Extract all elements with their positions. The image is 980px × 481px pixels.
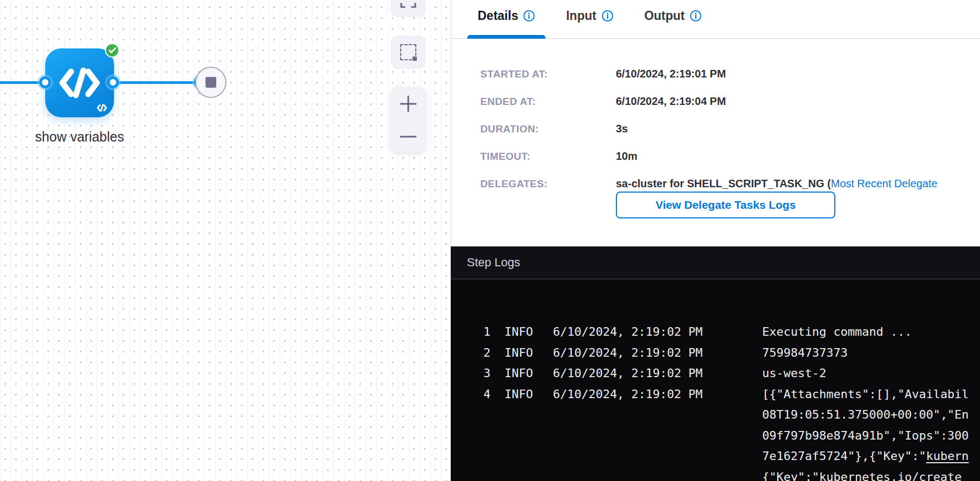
log-level: INFO bbox=[505, 384, 534, 405]
log-console[interactable]: 1 INFO 6/10/2024, 2:19:02 PM Executing c… bbox=[451, 279, 980, 481]
log-timestamp: 6/10/2024, 2:19:02 PM bbox=[553, 343, 706, 364]
log-timestamp: 6/10/2024, 2:19:02 PM bbox=[553, 384, 706, 405]
edge-outgoing bbox=[113, 81, 201, 84]
details-tab[interactable]: Output bbox=[634, 0, 712, 39]
detail-label: TIMEOUT: bbox=[480, 151, 616, 162]
log-line: 09f797b98e874a91b","Iops":300 bbox=[475, 426, 980, 447]
log-line: {"Key":" kubernetes.io/create bbox=[475, 467, 980, 481]
log-message-link[interactable]: kubernetes.io/create bbox=[819, 467, 962, 481]
step-logs-section: Step Logs 1 INFO 6/10/2024, 2:19:02 PM E… bbox=[451, 246, 980, 481]
execution-details: STARTED AT: 6/10/2024, 2:19:01 PM ENDED … bbox=[451, 39, 980, 197]
log-level bbox=[505, 426, 534, 447]
log-message: us-west-2 bbox=[762, 363, 826, 384]
detail-value: 10m bbox=[616, 150, 637, 162]
details-tabbar: Details Input Output bbox=[451, 0, 980, 39]
log-line-number bbox=[475, 405, 491, 426]
info-icon[interactable] bbox=[601, 10, 614, 22]
log-level: INFO bbox=[505, 322, 534, 343]
log-message: {"Key":" bbox=[762, 467, 819, 481]
marquee-select-icon bbox=[400, 44, 416, 60]
info-icon[interactable] bbox=[523, 10, 535, 22]
log-message: 08T19:05:51.375000+00:00","En bbox=[762, 405, 969, 426]
most-recent-delegate-link[interactable]: Most Recent Delegate bbox=[831, 178, 938, 190]
log-level: INFO bbox=[505, 343, 534, 364]
details-tab[interactable]: Details bbox=[467, 0, 545, 39]
log-message: 759984737373 bbox=[762, 343, 848, 364]
log-line: 08T19:05:51.375000+00:00","En bbox=[475, 405, 980, 426]
log-message: 7e1627af5724"},{"Key":" bbox=[762, 446, 926, 467]
step-details-panel: Details Input Output bbox=[451, 0, 980, 246]
log-line-number: 4 bbox=[475, 384, 491, 405]
details-tab[interactable]: Input bbox=[556, 0, 623, 39]
log-line-number: 2 bbox=[475, 343, 491, 364]
log-line: 1 INFO 6/10/2024, 2:19:02 PM Executing c… bbox=[475, 322, 980, 343]
success-badge bbox=[105, 43, 119, 58]
tab-label: Details bbox=[478, 9, 518, 23]
step-logs-title: Step Logs bbox=[467, 256, 520, 270]
log-line-number: 3 bbox=[475, 363, 491, 384]
log-line: 4 INFO 6/10/2024, 2:19:02 PM [{"Attachme… bbox=[475, 384, 980, 405]
log-line: 3 INFO 6/10/2024, 2:19:02 PM us-west-2 bbox=[475, 363, 980, 384]
log-message: [{"Attachments":[],"Availabil bbox=[762, 384, 969, 405]
log-line-number bbox=[475, 467, 491, 481]
zoom-out-button[interactable] bbox=[390, 120, 426, 153]
expand-icon bbox=[400, 0, 416, 8]
pipeline-canvas[interactable]: show variables bbox=[0, 0, 451, 481]
node-port-out[interactable] bbox=[107, 76, 119, 88]
log-line-number bbox=[475, 446, 491, 467]
log-line-number: 1 bbox=[475, 322, 491, 343]
code-icon bbox=[58, 66, 101, 100]
detail-value: 3s bbox=[616, 123, 628, 135]
log-level bbox=[505, 405, 534, 426]
log-line-number bbox=[475, 426, 491, 447]
detail-row: TIMEOUT: 10m bbox=[480, 143, 980, 170]
check-icon bbox=[109, 47, 116, 53]
log-timestamp: 6/10/2024, 2:19:02 PM bbox=[553, 363, 706, 384]
pipeline-end-node[interactable] bbox=[195, 67, 226, 98]
node-label: show variables bbox=[35, 129, 124, 145]
detail-row: STARTED AT: 6/10/2024, 2:19:01 PM bbox=[480, 60, 980, 88]
zoom-controls bbox=[390, 87, 426, 153]
log-line: 2 INFO 6/10/2024, 2:19:02 PM 75998473737… bbox=[475, 343, 980, 364]
zoom-in-button[interactable] bbox=[390, 87, 426, 120]
node-port-in[interactable] bbox=[39, 76, 51, 88]
info-icon[interactable] bbox=[690, 10, 702, 22]
marquee-select-button[interactable] bbox=[390, 36, 426, 69]
log-timestamp bbox=[553, 405, 706, 426]
step-node-show-variables[interactable] bbox=[45, 48, 114, 117]
detail-row: ENDED AT: 6/10/2024, 2:19:04 PM bbox=[480, 88, 980, 115]
detail-value: sa-cluster for SHELL_SCRIPT_TASK_NG ( bbox=[616, 178, 831, 190]
log-level: INFO bbox=[505, 363, 534, 384]
log-message: Executing command ... bbox=[762, 322, 912, 343]
log-line: 7e1627af5724"},{"Key":" kubern bbox=[475, 446, 980, 467]
tab-label: Output bbox=[644, 9, 685, 23]
detail-label: DELEGATES: bbox=[480, 178, 616, 190]
log-message-link[interactable]: kubern bbox=[926, 446, 969, 467]
tab-label: Input bbox=[566, 9, 596, 23]
detail-row: DURATION: 3s bbox=[480, 115, 980, 143]
edge-incoming bbox=[0, 81, 45, 84]
log-message: 09f797b98e874a91b","Iops":300 bbox=[762, 426, 969, 447]
plus-icon bbox=[400, 95, 417, 112]
detail-label: DURATION: bbox=[480, 123, 616, 135]
fit-to-screen-button[interactable] bbox=[390, 0, 426, 17]
step-logs-header: Step Logs bbox=[451, 246, 980, 279]
log-level bbox=[505, 446, 534, 467]
log-timestamp: 6/10/2024, 2:19:02 PM bbox=[553, 322, 706, 343]
view-delegate-tasks-logs-button[interactable]: View Delegate Tasks Logs bbox=[616, 192, 835, 218]
detail-label: ENDED AT: bbox=[480, 96, 616, 108]
minus-icon bbox=[400, 128, 417, 145]
shell-script-mini-icon bbox=[96, 104, 108, 112]
detail-value: 6/10/2024, 2:19:04 PM bbox=[616, 95, 726, 108]
log-timestamp bbox=[553, 426, 706, 447]
log-timestamp bbox=[553, 446, 706, 467]
detail-label: STARTED AT: bbox=[480, 68, 616, 80]
log-level bbox=[505, 467, 534, 481]
stop-icon bbox=[205, 77, 216, 88]
detail-value: 6/10/2024, 2:19:01 PM bbox=[616, 68, 726, 80]
log-timestamp bbox=[553, 467, 706, 481]
